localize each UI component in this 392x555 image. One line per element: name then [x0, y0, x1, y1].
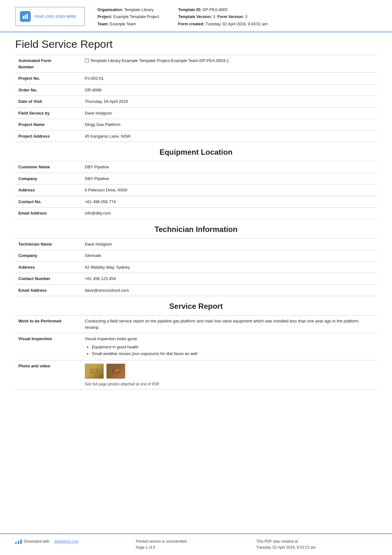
order-no-label: Order No.: [15, 84, 82, 96]
project-address-label: Project Address: [15, 130, 82, 142]
footer-bars-icon: [15, 539, 22, 544]
visual-inspection-value: Visual inspection looks good. Equipment …: [82, 333, 377, 360]
table-row: Date of Visit Thursday, 04 April 2019: [15, 96, 377, 108]
photo-thumb-1: [85, 364, 104, 379]
bar-1: [15, 542, 17, 544]
table-row: Field Service by Dave Hodgson: [15, 107, 377, 119]
footer-col-right: This PDF was created at Tuesday, 02 Apri…: [256, 539, 377, 551]
project-name-label: Project Name: [15, 119, 82, 131]
field-service-by-value: Dave Hodgson: [82, 107, 377, 119]
technician-name-label: Technician Name: [15, 239, 82, 250]
header: YOUR LOGO GOES HERE Organisation: Templa…: [0, 0, 392, 32]
organisation-line: Organisation: Template Library: [97, 7, 159, 13]
table-row: Company DBY Pipeline: [15, 173, 377, 184]
technician-info-heading: Technician Information: [15, 219, 377, 239]
footer-col-center: Printed version is uncontrolled Page 1 o…: [136, 539, 256, 551]
date-of-visit-value: Thursday, 04 April 2019: [82, 96, 377, 108]
main-fields-table: Automated FormNumber ☐ Template Library-…: [15, 55, 377, 142]
work-performed-label: Work to be Performed: [15, 315, 82, 333]
contact-number-value: +61 456 123 454: [82, 273, 377, 285]
content: Field Service Report Automated FormNumbe…: [0, 32, 392, 533]
tech-email-value: dave@smconstruct.com: [82, 284, 377, 296]
pdf-created-value: Tuesday, 02 April 2019, 9:53:23 am: [256, 545, 377, 551]
automated-form-label: Automated FormNumber: [15, 55, 82, 73]
table-row: Visual Inspection Visual inspection look…: [15, 333, 377, 360]
project-no-label: Project No.: [15, 73, 82, 84]
photo-thumb-2: [106, 364, 125, 379]
header-col-right: Template ID: DP-PEA-0003 Template Versio…: [178, 7, 268, 27]
visual-inspection-label: Visual Inspection: [15, 333, 82, 360]
tech-address-label: Address: [15, 261, 82, 273]
date-of-visit-label: Date of Visit: [15, 96, 82, 108]
footer-col-left: Generated with dashpivot.com: [15, 539, 136, 545]
bar-2: [18, 541, 19, 544]
customer-name-label: Customer Name: [15, 161, 82, 173]
photo-thumbs: [85, 364, 374, 379]
report-title: Field Service Report: [15, 32, 377, 55]
visual-inspection-intro: Visual inspection looks good.: [85, 336, 374, 342]
order-no-value: OR-9098: [82, 84, 377, 96]
version-line: Template Version: 3 Form Version: 3: [178, 14, 268, 20]
company-label: Company: [15, 173, 82, 184]
tech-email-label: Email Address: [15, 284, 82, 296]
table-row: Contact Number +61 456 123 454: [15, 273, 377, 285]
dashpivot-link[interactable]: dashpivot.com: [54, 539, 79, 545]
svg-rect-0: [23, 16, 24, 19]
header-meta: Organisation: Template Library Project: …: [97, 7, 377, 27]
generated-text: Generated with: [24, 539, 49, 545]
svg-rect-1: [25, 15, 26, 19]
contact-no-label: Contact No.: [15, 196, 82, 208]
svg-rect-8: [116, 369, 119, 371]
pdf-created-label: This PDF was created at: [256, 539, 377, 545]
contact-number-label: Contact Number: [15, 273, 82, 285]
service-report-table: Work to be Performed Conducting a field …: [15, 315, 377, 390]
svg-rect-2: [27, 14, 28, 19]
address-label: Address: [15, 184, 82, 196]
logo-text: YOUR LOGO GOES HERE: [34, 15, 76, 18]
printed-text: Printed version is uncontrolled: [136, 539, 256, 545]
form-created-line: Form created: Tuesday, 02 April 2019, 9:…: [178, 21, 268, 27]
table-row: Photo and video: [15, 360, 377, 390]
bar-3: [20, 539, 22, 544]
footer: Generated with dashpivot.com Printed ver…: [0, 533, 392, 555]
table-row: Email Address info@dby.com: [15, 208, 377, 219]
project-line: Project: Example Template Project: [97, 14, 159, 20]
photo-caption: See full page photos attached at end of …: [85, 381, 374, 387]
tech-company-label: Company: [15, 250, 82, 262]
team-line: Team: Example Team: [97, 21, 159, 27]
table-row: Automated FormNumber ☐ Template Library-…: [15, 55, 377, 73]
table-row: Email Address dave@smconstruct.com: [15, 284, 377, 296]
table-row: Project No. PJ-002-01: [15, 73, 377, 84]
email-address-value: info@dby.com: [82, 208, 377, 219]
table-row: Address 42 Wallaby Way, Sydney: [15, 261, 377, 273]
table-row: Contact No. +61 498 056 774: [15, 196, 377, 208]
project-name-value: Dingy Gas Platform: [82, 119, 377, 131]
footer-logo: Generated with dashpivot.com: [15, 539, 136, 545]
header-col-left: Organisation: Template Library Project: …: [97, 7, 159, 27]
automated-form-value: ☐ Template Library-Example Template Proj…: [82, 55, 377, 73]
technician-info-table: Technician Name Dave Hodgson Company Sit…: [15, 239, 377, 296]
company-value: DBY Pipeline: [82, 173, 377, 184]
service-report-heading: Service Report: [15, 296, 377, 315]
logo-svg: [22, 13, 28, 20]
page-number: Page 1 of 5: [136, 545, 256, 551]
photo-icon-2: [111, 367, 121, 375]
table-row: Address 6 Peterson Drive, NSW: [15, 184, 377, 196]
project-no-value: PJ-002-01: [82, 73, 377, 84]
svg-point-4: [93, 370, 96, 372]
address-value: 6 Peterson Drive, NSW: [82, 184, 377, 196]
table-row: Company Sitemate: [15, 250, 377, 262]
work-performed-value: Conducting a field service report on the…: [82, 315, 377, 333]
customer-name-value: DBY Pipeline: [82, 161, 377, 173]
photo-video-label: Photo and video: [15, 360, 82, 390]
photo-area: See full page photos attached at end of …: [85, 363, 374, 387]
table-row: Project Name Dingy Gas Platform: [15, 119, 377, 131]
table-row: Work to be Performed Conducting a field …: [15, 315, 377, 333]
logo-area: YOUR LOGO GOES HERE: [15, 7, 85, 26]
tech-address-value: 42 Wallaby Way, Sydney: [82, 261, 377, 273]
list-item: Equipment in good health: [92, 344, 374, 350]
technician-name-value: Dave Hodgson: [82, 239, 377, 250]
checkbox-icon: ☐: [85, 59, 89, 63]
visual-inspection-list: Equipment in good health Small weather i…: [85, 344, 374, 357]
field-service-by-label: Field Service by: [15, 107, 82, 119]
